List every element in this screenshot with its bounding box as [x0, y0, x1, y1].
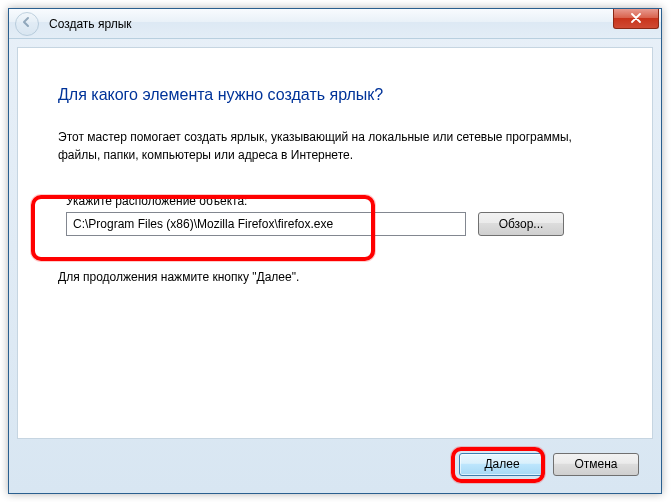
location-field-area: Укажите расположение объекта: Обзор...	[58, 188, 612, 242]
window-title: Создать ярлык	[49, 17, 132, 31]
cancel-button[interactable]: Отмена	[553, 453, 639, 476]
browse-button[interactable]: Обзор...	[478, 212, 564, 236]
location-label: Укажите расположение объекта:	[66, 194, 604, 208]
continue-hint: Для продолжения нажмите кнопку "Далее".	[58, 270, 612, 284]
page-description: Этот мастер помогает создать ярлык, указ…	[58, 128, 598, 164]
dialog-window: Создать ярлык Для какого элемента нужно …	[8, 8, 662, 494]
location-row: Обзор...	[66, 212, 604, 236]
dialog-footer: Далее Отмена	[17, 443, 653, 485]
close-button[interactable]	[613, 9, 659, 29]
content-panel: Для какого элемента нужно создать ярлык?…	[17, 47, 653, 439]
location-input[interactable]	[66, 212, 466, 236]
next-button[interactable]: Далее	[459, 453, 545, 476]
page-heading: Для какого элемента нужно создать ярлык?	[58, 86, 612, 104]
back-button[interactable]	[15, 12, 39, 36]
content-wrap: Для какого элемента нужно создать ярлык?…	[9, 39, 661, 493]
titlebar: Создать ярлык	[9, 9, 661, 39]
close-icon	[630, 12, 642, 26]
back-arrow-icon	[21, 16, 33, 31]
